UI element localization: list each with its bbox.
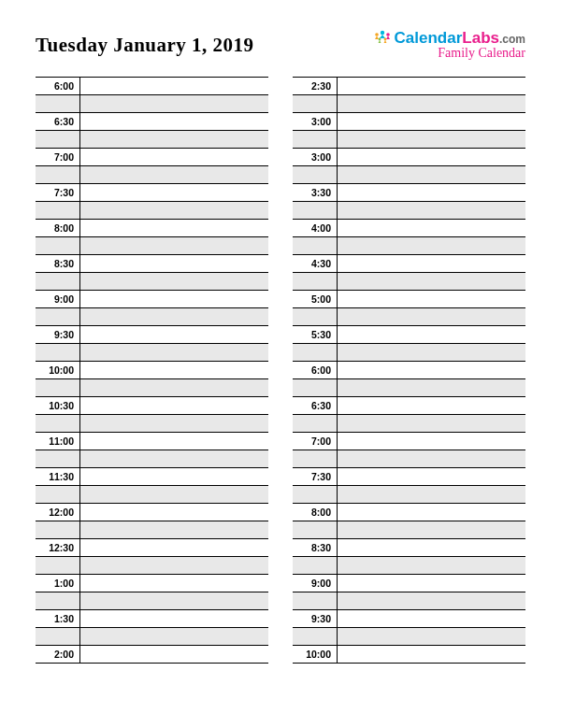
time-slot: 12:30 bbox=[36, 539, 268, 575]
event-cell[interactable] bbox=[338, 255, 525, 272]
event-cell[interactable] bbox=[80, 557, 268, 574]
time-slot-row-shaded bbox=[36, 131, 268, 149]
svg-point-3 bbox=[378, 38, 381, 41]
event-cell[interactable] bbox=[338, 468, 525, 485]
time-label: 3:00 bbox=[293, 113, 338, 130]
event-cell[interactable] bbox=[338, 592, 525, 609]
time-slot-row: 11:30 bbox=[36, 468, 268, 486]
time-label: 4:00 bbox=[293, 220, 338, 236]
time-slot-row-shaded bbox=[293, 557, 525, 575]
time-slot: 5:00 bbox=[293, 291, 525, 326]
time-slot: 6:30 bbox=[36, 113, 268, 149]
event-cell[interactable] bbox=[80, 450, 268, 467]
time-slot-row: 9:30 bbox=[36, 326, 268, 344]
time-slot: 4:00 bbox=[293, 220, 525, 255]
event-cell[interactable] bbox=[80, 628, 268, 645]
event-cell[interactable] bbox=[80, 575, 268, 592]
event-cell[interactable] bbox=[338, 149, 525, 165]
event-cell[interactable] bbox=[80, 646, 268, 663]
event-cell[interactable] bbox=[80, 539, 268, 556]
event-cell[interactable] bbox=[338, 433, 525, 450]
event-cell[interactable] bbox=[80, 220, 268, 236]
event-cell[interactable] bbox=[80, 486, 268, 503]
time-slot: 1:00 bbox=[36, 575, 268, 610]
time-label: 6:00 bbox=[36, 78, 80, 94]
event-cell[interactable] bbox=[80, 610, 268, 627]
event-cell[interactable] bbox=[338, 646, 525, 663]
event-cell[interactable] bbox=[80, 113, 268, 130]
time-label-empty bbox=[293, 486, 338, 503]
event-cell[interactable] bbox=[338, 397, 525, 414]
event-cell[interactable] bbox=[338, 628, 525, 645]
time-slot-row-shaded bbox=[36, 521, 268, 539]
event-cell[interactable] bbox=[338, 575, 525, 592]
time-label: 11:00 bbox=[36, 433, 80, 450]
event-cell[interactable] bbox=[80, 255, 268, 272]
event-cell[interactable] bbox=[338, 113, 525, 130]
event-cell[interactable] bbox=[338, 273, 525, 290]
event-cell[interactable] bbox=[80, 397, 268, 414]
event-cell[interactable] bbox=[80, 78, 268, 94]
event-cell[interactable] bbox=[338, 344, 525, 361]
event-cell[interactable] bbox=[80, 433, 268, 450]
event-cell[interactable] bbox=[338, 237, 525, 254]
event-cell[interactable] bbox=[338, 450, 525, 467]
time-label-empty bbox=[293, 450, 338, 467]
event-cell[interactable] bbox=[338, 379, 525, 396]
event-cell[interactable] bbox=[80, 237, 268, 254]
event-cell[interactable] bbox=[80, 95, 268, 112]
time-slot: 5:30 bbox=[293, 326, 525, 362]
event-cell[interactable] bbox=[338, 415, 525, 432]
time-slot: 2:00 bbox=[36, 646, 268, 664]
event-cell[interactable] bbox=[80, 592, 268, 609]
event-cell[interactable] bbox=[338, 326, 525, 343]
event-cell[interactable] bbox=[80, 468, 268, 485]
event-cell[interactable] bbox=[338, 504, 525, 521]
event-cell[interactable] bbox=[80, 521, 268, 538]
event-cell[interactable] bbox=[80, 362, 268, 378]
time-slot-row-shaded bbox=[36, 415, 268, 433]
event-cell[interactable] bbox=[80, 131, 268, 148]
time-label-empty bbox=[293, 95, 338, 112]
time-label: 1:00 bbox=[36, 575, 80, 592]
time-label-empty bbox=[36, 237, 80, 254]
event-cell[interactable] bbox=[338, 78, 525, 94]
event-cell[interactable] bbox=[338, 486, 525, 503]
time-slot: 8:30 bbox=[293, 539, 525, 575]
event-cell[interactable] bbox=[80, 308, 268, 325]
event-cell[interactable] bbox=[80, 184, 268, 201]
time-slot-row-shaded bbox=[36, 202, 268, 220]
logo-word-labs: Labs bbox=[462, 29, 499, 47]
event-cell[interactable] bbox=[80, 273, 268, 290]
event-cell[interactable] bbox=[80, 291, 268, 307]
event-cell[interactable] bbox=[80, 344, 268, 361]
event-cell[interactable] bbox=[338, 131, 525, 148]
event-cell[interactable] bbox=[80, 166, 268, 183]
time-label-empty bbox=[36, 628, 80, 645]
event-cell[interactable] bbox=[338, 557, 525, 574]
event-cell[interactable] bbox=[338, 291, 525, 307]
event-cell[interactable] bbox=[338, 308, 525, 325]
event-cell[interactable] bbox=[80, 415, 268, 432]
time-label: 9:30 bbox=[293, 610, 338, 627]
time-slot-row: 8:30 bbox=[36, 255, 268, 273]
event-cell[interactable] bbox=[338, 539, 525, 556]
time-label-empty bbox=[36, 592, 80, 609]
event-cell[interactable] bbox=[80, 326, 268, 343]
event-cell[interactable] bbox=[338, 184, 525, 201]
event-cell[interactable] bbox=[338, 220, 525, 236]
time-label: 1:30 bbox=[36, 610, 80, 627]
event-cell[interactable] bbox=[338, 610, 525, 627]
event-cell[interactable] bbox=[338, 362, 525, 378]
event-cell[interactable] bbox=[338, 95, 525, 112]
event-cell[interactable] bbox=[338, 521, 525, 538]
event-cell[interactable] bbox=[80, 149, 268, 165]
event-cell[interactable] bbox=[80, 379, 268, 396]
time-label: 7:00 bbox=[36, 149, 80, 165]
event-cell[interactable] bbox=[338, 166, 525, 183]
time-label: 6:30 bbox=[36, 113, 80, 130]
time-label: 5:30 bbox=[293, 326, 338, 343]
event-cell[interactable] bbox=[338, 202, 525, 219]
event-cell[interactable] bbox=[80, 504, 268, 521]
event-cell[interactable] bbox=[80, 202, 268, 219]
